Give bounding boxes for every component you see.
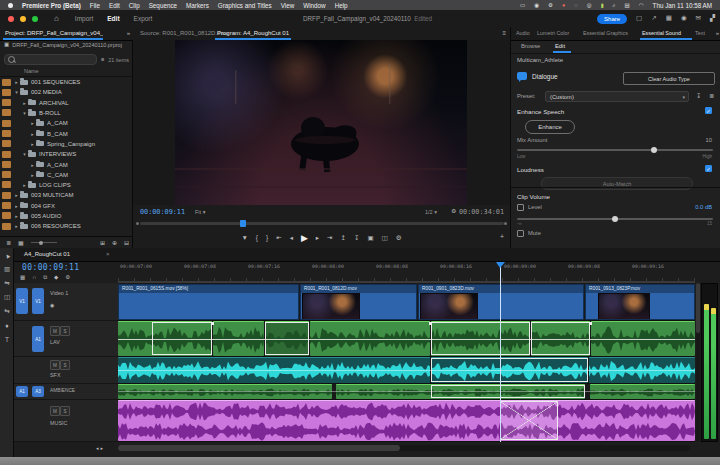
track-name[interactable]: MUSIC <box>50 420 67 426</box>
bin-row[interactable]: ▸C_CAM <box>0 170 133 180</box>
tab-export[interactable]: Export <box>134 15 153 22</box>
go-to-in-icon[interactable]: ⇤ <box>276 235 281 242</box>
twirl-icon[interactable]: ▸ <box>13 213 20 219</box>
track-target-v1[interactable]: V1 <box>32 288 44 314</box>
razor-tool[interactable]: ◫ <box>0 290 14 304</box>
delete-icon[interactable]: ⊟ <box>124 240 129 246</box>
search-field[interactable] <box>4 54 97 65</box>
bin-row[interactable]: ▸A_CAM <box>0 118 133 128</box>
mix-amount-slider[interactable] <box>517 149 713 151</box>
twirl-icon[interactable]: ▸ <box>13 79 20 85</box>
source-patch-a1[interactable]: A1 <box>16 386 28 397</box>
go-to-out-icon[interactable]: ⇥ <box>327 235 332 242</box>
apple-menu-icon[interactable] <box>8 3 13 8</box>
twirl-icon[interactable]: ▸ <box>29 141 36 147</box>
comments-icon[interactable]: ✉ <box>696 15 701 22</box>
insert-overwrite-icon[interactable]: ▦ <box>20 275 25 281</box>
bin-row[interactable]: ▸LOG CLIPS <box>0 180 133 190</box>
timeline-clip[interactable]: R001_0901_0823D.mov <box>418 284 584 320</box>
settings-icon[interactable]: ⚙ <box>548 2 553 8</box>
panel-overflow-icon[interactable]: » <box>127 30 130 36</box>
zoom-window-button[interactable] <box>32 16 38 22</box>
hscrollbar-thumb[interactable] <box>118 445 400 451</box>
twirl-icon[interactable]: ▾ <box>13 89 20 95</box>
twirl-icon[interactable]: ▸ <box>21 100 28 106</box>
fade-handle[interactable] <box>429 322 432 325</box>
fullscreen-icon[interactable]: ▞ <box>710 15 715 22</box>
timeline-clip[interactable]: R001_0913_0823P.mov <box>585 284 695 320</box>
mute-track-button[interactable]: M <box>50 326 60 336</box>
snap-icon[interactable]: ∩ <box>32 275 36 281</box>
zoom-level-dropdown[interactable]: Fit ▾ <box>195 209 205 215</box>
add-button[interactable]: + <box>500 233 504 240</box>
icon-view-icon[interactable]: ▦ <box>18 240 24 246</box>
track-name[interactable]: AMBIENCE <box>50 388 75 393</box>
minimize-window-button[interactable] <box>20 16 26 22</box>
tab-essential-graphics[interactable]: Essential Graphics <box>583 30 628 36</box>
menu-file[interactable]: File <box>90 2 100 9</box>
mark-in-icon[interactable]: { <box>256 235 258 242</box>
playhead-handle[interactable] <box>496 262 505 268</box>
preset-dropdown[interactable]: (Custom) ▾ <box>545 91 689 102</box>
source-monitor-tab[interactable]: Source: R001_R001_0812D.mov <box>140 30 228 36</box>
export-frame-icon[interactable]: ▣ <box>367 235 373 242</box>
bin-row[interactable]: ▾INTERVIEWS <box>0 149 133 159</box>
close-sequence-icon[interactable]: × <box>106 251 110 257</box>
twirl-icon[interactable]: ▾ <box>21 110 28 116</box>
slip-tool[interactable]: ⇆ <box>0 304 14 318</box>
level-value[interactable]: 0.0 dB <box>695 204 712 210</box>
twirl-icon[interactable]: ▸ <box>13 223 20 229</box>
menubar-clock[interactable]: Thu Jan 11 10:58 AM <box>653 2 712 9</box>
level-slider[interactable] <box>517 218 713 220</box>
focus-icon[interactable]: ◎ <box>587 2 592 8</box>
bin-row[interactable]: ▸A_CAM <box>0 159 133 169</box>
auto-match-button[interactable]: Auto-Match <box>541 177 693 190</box>
add-marker-icon[interactable]: ▼ <box>241 235 247 242</box>
list-view-icon[interactable]: ≣ <box>6 240 11 246</box>
scroll-right-icon[interactable]: ▸ <box>101 446 104 451</box>
timeline-clip[interactable]: R001_R001_0812D.mov <box>300 284 417 320</box>
tab-edit[interactable]: Edit <box>107 15 119 22</box>
tab-essential-sound[interactable]: Essential Sound <box>642 30 681 36</box>
monitor-scrubber[interactable] <box>133 218 510 228</box>
timeline-settings-icon[interactable]: ⚙ <box>65 275 70 281</box>
mute-track-button[interactable]: M <box>50 406 60 416</box>
track-target-a3[interactable]: A3 <box>32 386 44 397</box>
timeline-hscrollbar[interactable] <box>118 445 690 451</box>
gain-line[interactable] <box>118 391 695 392</box>
type-tool[interactable]: T <box>0 332 14 346</box>
step-back-icon[interactable]: ◂ <box>290 235 293 242</box>
gain-line[interactable] <box>118 370 695 371</box>
breadcrumb[interactable]: DRFP_Fall_Campaign_v04_20240110.prproj <box>12 42 130 48</box>
tab-audio[interactable]: Audio <box>516 30 530 36</box>
pen-tool[interactable]: ♦ <box>0 318 14 332</box>
search-input[interactable] <box>18 56 88 64</box>
playback-resolution-dropdown[interactable]: 1/2 ▾ <box>425 209 437 215</box>
fade-handle[interactable] <box>211 322 214 325</box>
screen-mirroring-icon[interactable]: ▭ <box>520 2 525 8</box>
thumbnail-zoom-slider[interactable] <box>31 242 57 243</box>
bin-row[interactable]: ▸006 RESOURCES <box>0 221 133 231</box>
panel-menu-icon[interactable]: ≡ <box>502 30 506 36</box>
project-panel-tab[interactable]: Project: DRFP_Fall_Campaign_v04_20240110 <box>5 30 103 36</box>
app-menu[interactable]: Premiere Pro (Beta) <box>22 2 81 9</box>
bin-row[interactable]: ▸005 AUDIO <box>0 211 133 221</box>
home-icon[interactable]: ⌂ <box>54 15 59 23</box>
device-preview-icon[interactable]: ▢ <box>636 15 642 22</box>
twirl-icon[interactable]: ▾ <box>21 151 28 157</box>
menu-sequence[interactable]: Sequence <box>149 2 177 9</box>
bin-row[interactable]: ▾B-ROLL <box>0 108 133 118</box>
control-center-icon[interactable]: ◠ <box>639 2 644 8</box>
new-bin-icon[interactable]: ⊕ <box>112 240 117 246</box>
menu-markers[interactable]: Markers <box>186 2 209 9</box>
twirl-icon[interactable]: ▸ <box>21 182 28 188</box>
quick-export-icon[interactable]: ↗ <box>651 15 656 22</box>
column-header-name[interactable]: Name <box>24 68 39 74</box>
bin-row[interactable]: ▸004 GFX <box>0 201 133 211</box>
track-select-tool[interactable]: ▥ <box>0 262 14 276</box>
timeline-vscrollbar[interactable] <box>696 283 700 442</box>
lift-icon[interactable]: ↥ <box>341 235 346 242</box>
tab-import[interactable]: Import <box>75 15 93 22</box>
program-monitor-tab[interactable]: Program: A4_RoughCut 01 <box>217 30 289 36</box>
window-manager-icon[interactable]: ▤ <box>625 2 630 8</box>
